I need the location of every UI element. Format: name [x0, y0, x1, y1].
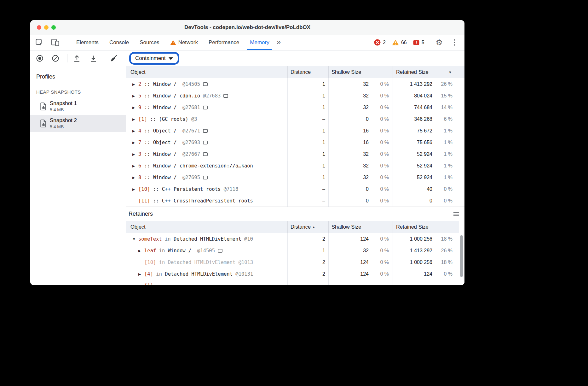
record-heap-snapshot-button[interactable] — [36, 54, 44, 62]
disclosure-triangle-icon[interactable]: ▶ — [132, 140, 138, 144]
titlebar: DevTools - codepen.io/web-dot-dev/live/P… — [30, 20, 464, 35]
object-name: [1] — [138, 116, 147, 122]
device-toolbar-icon[interactable] — [51, 38, 60, 46]
disclosure-triangle-icon[interactable]: ▶ — [132, 117, 138, 121]
shallow-size-cell: 1240 % — [329, 233, 393, 245]
shallow-size-cell: 320 % — [329, 102, 393, 113]
reveal-icon[interactable] — [218, 249, 222, 253]
column-header-retained-size[interactable]: Retained Size▼ — [393, 66, 464, 78]
object-cell: ▶[1] :: (GC roots) @3 — [126, 113, 288, 125]
retainers-menu-icon[interactable] — [453, 212, 459, 216]
column-header-shallow-size[interactable]: Shallow Size — [329, 221, 393, 233]
disclosure-triangle-icon[interactable]: ▶ — [132, 94, 138, 98]
inspect-element-icon[interactable] — [35, 38, 43, 47]
issues-count: 5 — [422, 40, 424, 45]
heap-object-row[interactable]: [11] :: C++ CrossThreadPersistent roots–… — [126, 195, 464, 207]
heap-grid-rows: ▶2 :: Window / @145051320 %1 413 29226 %… — [126, 78, 464, 207]
distance-cell: – — [288, 195, 329, 207]
disclosure-triangle-icon[interactable]: ▶ — [132, 187, 138, 191]
shallow-size-cell: 320 % — [329, 160, 393, 172]
scrollbar-thumb[interactable] — [460, 235, 463, 277]
distance-cell: 1 — [288, 148, 329, 160]
save-profile-button[interactable] — [89, 54, 97, 62]
distance-cell: – — [288, 183, 329, 195]
disclosure-triangle-icon[interactable]: ▶ — [132, 129, 138, 133]
settings-gear-icon[interactable]: ⚙ — [436, 38, 443, 46]
retainer-row[interactable]: ▼someText in Detached HTMLDivElement @10… — [126, 233, 464, 245]
reveal-icon[interactable] — [223, 94, 228, 98]
reveal-icon[interactable] — [203, 152, 208, 156]
heap-object-row[interactable]: ▶9 :: Window / @276811320 %744 68414 % — [126, 102, 464, 113]
distance-cell: 1 — [288, 137, 329, 148]
shallow-size-cell: 320 % — [329, 245, 393, 256]
reveal-icon[interactable] — [203, 129, 208, 133]
heap-object-row[interactable]: ▶2 :: Window / @145051320 %1 413 29226 % — [126, 78, 464, 90]
column-label: Shallow Size — [331, 224, 361, 230]
retained-size-cell-val: 52 924 — [417, 163, 432, 169]
heap-grid-header: ObjectDistanceShallow SizeRetained Size▼ — [126, 66, 464, 78]
disclosure-triangle-icon[interactable]: ▶ — [132, 175, 138, 179]
reveal-icon[interactable] — [203, 82, 208, 86]
tab-console[interactable]: Console — [104, 35, 134, 50]
snapshot-file-icon — [40, 120, 47, 127]
heap-object-row[interactable]: ▶6 :: Window / chrome-extension://a…kaon… — [126, 160, 464, 172]
retainer-row[interactable]: [10] in Detached HTMLDivElement @1013212… — [126, 256, 464, 268]
tab-sources[interactable]: Sources — [134, 35, 164, 50]
object-type: C++ Persistent roots — [162, 186, 221, 192]
disclosure-triangle-icon[interactable]: ▶ — [132, 82, 138, 86]
column-header-object[interactable]: Object — [126, 221, 288, 233]
column-header-distance[interactable]: Distance — [288, 66, 329, 78]
clear-profiles-button[interactable] — [51, 54, 60, 62]
tab-network[interactable]: Network — [165, 35, 203, 50]
column-header-distance[interactable]: Distance▲ — [288, 221, 329, 233]
column-header-object[interactable]: Object — [126, 66, 288, 78]
column-header-shallow-size[interactable]: Shallow Size — [329, 66, 393, 78]
heap-object-row[interactable]: ▶8 :: Window / @276951320 %52 9241 % — [126, 172, 464, 183]
disclosure-spacer — [138, 262, 144, 262]
tab-performance[interactable]: Performance — [203, 35, 245, 50]
clear-all-icon[interactable] — [110, 54, 118, 62]
load-profile-button[interactable] — [73, 54, 81, 62]
more-options-icon[interactable]: ⋮ — [451, 39, 458, 46]
retainer-row[interactable]: ▶[4] in Detached HTMLDivElement @1013121… — [126, 268, 464, 280]
heap-object-row[interactable]: ▶7 :: Object / @276931160 %75 6561 % — [126, 137, 464, 148]
heap-object-row[interactable]: ▶[1] :: (GC roots) @3–00 %346 2686 % — [126, 113, 464, 125]
tab-memory[interactable]: Memory — [245, 35, 274, 50]
retained-size-cell-val: 1 413 292 — [410, 81, 432, 87]
tab-elements[interactable]: Elements — [71, 35, 104, 50]
distance-cell-val: 1 — [322, 151, 325, 157]
errors-badge[interactable]: 2 — [374, 39, 386, 46]
disclosure-triangle-icon[interactable]: ▶ — [132, 105, 138, 109]
disclosure-triangle-icon[interactable]: ▶ — [138, 249, 144, 253]
heap-object-row[interactable]: ▶[10] :: C++ Persistent roots @7118–00 %… — [126, 183, 464, 195]
warnings-badge[interactable]: 66 — [392, 39, 407, 45]
heap-object-row[interactable]: ▶3 :: Window / @276671320 %52 9241 % — [126, 148, 464, 160]
reveal-icon[interactable] — [203, 106, 208, 109]
retainer-row[interactable]: ▶leaf in Window / @145051320 %1 413 2922… — [126, 245, 464, 256]
object-id: @10131 — [233, 271, 253, 277]
column-label: Object — [130, 224, 146, 230]
snapshot-size: 5.4 MB — [50, 107, 77, 112]
perspective-select[interactable]: Containment — [129, 52, 179, 65]
object-detail: cdpn.io — [176, 93, 200, 99]
reveal-icon[interactable] — [203, 176, 208, 179]
reveal-icon[interactable] — [203, 141, 208, 144]
separator: :: — [141, 128, 153, 134]
more-tabs-button[interactable]: » — [275, 38, 284, 48]
object-id: @10 — [241, 236, 253, 242]
disclosure-triangle-icon[interactable]: ▶ — [132, 152, 138, 156]
snapshot-item[interactable]: Snapshot 15.4 MB — [30, 98, 126, 115]
disclosure-triangle-icon[interactable]: ▶ — [132, 164, 138, 168]
retainer-row[interactable]: [1] — [126, 280, 464, 285]
snapshot-item[interactable]: Snapshot 25.4 MB — [30, 115, 126, 132]
issues-badge[interactable]: 5 — [413, 40, 424, 45]
retained-size-cell: 1 000 25618 % — [393, 233, 464, 245]
disclosure-triangle-icon[interactable]: ▼ — [132, 237, 138, 241]
separator: in — [153, 271, 165, 277]
shallow-size-cell-pct: 0 % — [369, 151, 389, 157]
heap-object-row[interactable]: ▶5 :: Window / cdpn.io @276831320 %804 0… — [126, 90, 464, 102]
column-header-retained-size[interactable]: Retained Size — [393, 221, 464, 233]
heap-object-row[interactable]: ▶4 :: Object / @276711160 %75 6721 % — [126, 125, 464, 137]
disclosure-triangle-icon[interactable]: ▶ — [138, 272, 144, 276]
shallow-size-cell-pct: 0 % — [369, 105, 389, 110]
